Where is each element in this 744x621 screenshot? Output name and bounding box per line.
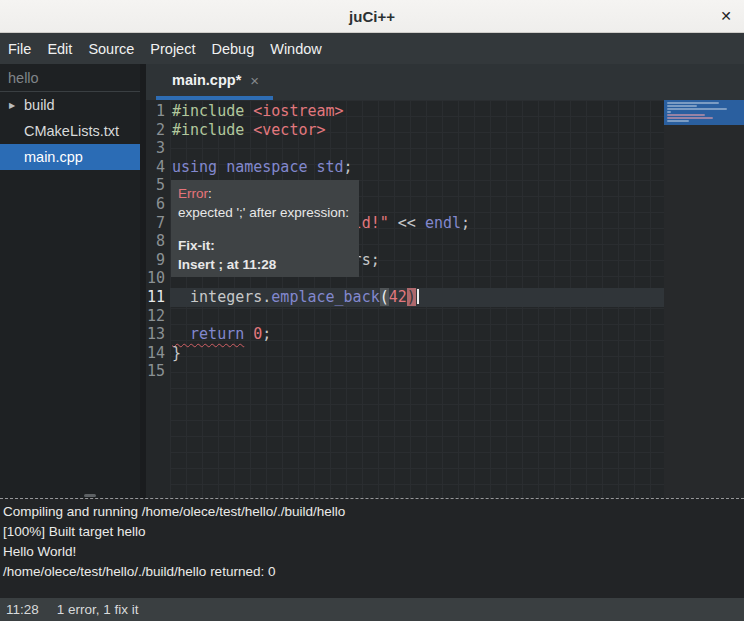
code-token: ; <box>262 325 271 343</box>
line-number: 14 <box>146 344 170 363</box>
output-line: Hello World! <box>3 542 744 562</box>
error-label: Error <box>178 186 208 201</box>
editor-column: main.cpp* × 123456789101112131415 #inclu… <box>146 64 744 498</box>
line-number: 9 <box>146 251 170 270</box>
code-token: ; <box>344 158 353 176</box>
minimap-code-line <box>667 120 689 122</box>
code-token: #include <box>172 102 244 120</box>
build-output-panel[interactable]: Compiling and running /home/olece/test/h… <box>0 498 744 598</box>
diagnostic-tooltip: Error: expected ';' after expression: Fi… <box>171 180 359 277</box>
expander-icon[interactable]: ▶ <box>9 101 15 110</box>
code-line[interactable]: #include <iostream> <box>170 102 664 121</box>
minimap-code-line <box>667 111 671 113</box>
menu-window[interactable]: Window <box>262 33 330 64</box>
sidebar-item-main-cpp[interactable]: main.cpp <box>0 144 140 170</box>
main-area: hello ▶buildCMakeLists.txtmain.cpp main.… <box>0 64 744 498</box>
minimap-code-line <box>667 114 705 116</box>
menu-debug[interactable]: Debug <box>203 33 262 64</box>
tab-label: main.cpp* <box>172 72 241 88</box>
line-number: 7 <box>146 214 170 233</box>
line-number: 6 <box>146 195 170 214</box>
code-token: } <box>172 344 181 362</box>
line-number: 11 <box>146 288 170 307</box>
minimap[interactable] <box>664 100 744 498</box>
sidebar-scrollbar[interactable] <box>84 494 96 497</box>
code-token: ( <box>380 288 389 306</box>
code-token: emplace_back <box>271 288 379 306</box>
menu-file[interactable]: File <box>0 33 39 64</box>
code-token <box>244 121 253 139</box>
statusbar: 11:28 1 error, 1 fix it <box>0 598 744 621</box>
minimap-code-line <box>667 105 697 107</box>
menu-project[interactable]: Project <box>142 33 203 64</box>
line-number: 4 <box>146 158 170 177</box>
code-line[interactable]: #include <vector> <box>170 121 664 140</box>
project-sidebar: hello ▶buildCMakeLists.txtmain.cpp <box>0 64 140 498</box>
code-token: << <box>389 214 425 232</box>
code-token: endl <box>425 214 461 232</box>
project-name: hello <box>0 64 140 92</box>
tabbar: main.cpp* × <box>146 64 744 100</box>
diagnostics-summary[interactable]: 1 error, 1 fix it <box>57 602 139 617</box>
tooltip-fixit-text: Insert ; at 11:28 <box>178 255 352 274</box>
code-line[interactable] <box>170 139 664 158</box>
cursor-position: 11:28 <box>6 602 39 617</box>
line-number: 3 <box>146 139 170 158</box>
code-line[interactable]: } <box>170 344 664 363</box>
code-token: <vector> <box>253 121 325 139</box>
output-line: /home/olece/test/hello/./build/hello ret… <box>3 562 744 582</box>
code-line[interactable] <box>170 307 664 326</box>
line-number: 1 <box>146 102 170 121</box>
code-token: return <box>172 325 244 343</box>
menu-edit[interactable]: Edit <box>39 33 80 64</box>
code-token: ) <box>407 288 416 306</box>
code-token: integers. <box>172 288 271 306</box>
tooltip-error-line: Error: <box>178 184 352 203</box>
tooltip-spacer <box>178 222 352 236</box>
code-line[interactable]: integers.emplace_back(42) <box>170 288 664 307</box>
code-token: ; <box>461 214 470 232</box>
file-label: CMakeLists.txt <box>0 123 119 139</box>
line-number-gutter: 123456789101112131415 <box>146 100 170 498</box>
tab-main-cpp[interactable]: main.cpp* × <box>156 64 273 100</box>
code-token <box>244 325 253 343</box>
minimap-code-line <box>667 108 727 110</box>
menu-source[interactable]: Source <box>80 33 142 64</box>
sidebar-item-build[interactable]: ▶build <box>0 92 140 118</box>
tooltip-error-message: expected ';' after expression: <box>178 203 352 222</box>
menubar: FileEditSourceProjectDebugWindow <box>0 33 744 64</box>
code-token: 42 <box>389 288 407 306</box>
code-token: <iostream> <box>253 102 343 120</box>
code-token: using namespace std <box>172 158 344 176</box>
output-line: [100%] Built target hello <box>3 522 744 542</box>
code-line[interactable]: return 0; <box>170 325 664 344</box>
text-caret <box>417 289 419 304</box>
line-number: 12 <box>146 307 170 326</box>
code-token: 0 <box>253 325 262 343</box>
output-line: Compiling and running /home/olece/test/h… <box>3 502 744 522</box>
code-token: ; <box>371 251 380 269</box>
tooltip-fixit-label: Fix-it: <box>178 236 352 255</box>
line-number: 13 <box>146 325 170 344</box>
tab-close-icon[interactable]: × <box>250 73 259 88</box>
file-tree: ▶buildCMakeLists.txtmain.cpp <box>0 92 140 170</box>
code-line[interactable] <box>170 362 664 381</box>
editor: 123456789101112131415 #include <iostream… <box>146 100 744 498</box>
line-number: 10 <box>146 269 170 288</box>
line-number: 8 <box>146 232 170 251</box>
minimap-viewport[interactable] <box>664 100 744 125</box>
titlebar[interactable]: juCi++ ✕ <box>0 0 744 33</box>
code-area[interactable]: #include <iostream>#include <vector>usin… <box>170 100 664 498</box>
code-token <box>244 102 253 120</box>
minimap-code-line <box>667 102 719 104</box>
minimap-code-line <box>667 117 713 119</box>
app-window: juCi++ ✕ FileEditSourceProjectDebugWindo… <box>0 0 744 621</box>
sidebar-item-cmakelists-txt[interactable]: CMakeLists.txt <box>0 118 140 144</box>
line-number: 5 <box>146 176 170 195</box>
code-line[interactable]: using namespace std; <box>170 158 664 177</box>
file-label: main.cpp <box>0 149 83 165</box>
line-number: 2 <box>146 121 170 140</box>
window-title: juCi++ <box>349 8 395 25</box>
code-token: #include <box>172 121 244 139</box>
close-window-icon[interactable]: ✕ <box>720 0 732 32</box>
